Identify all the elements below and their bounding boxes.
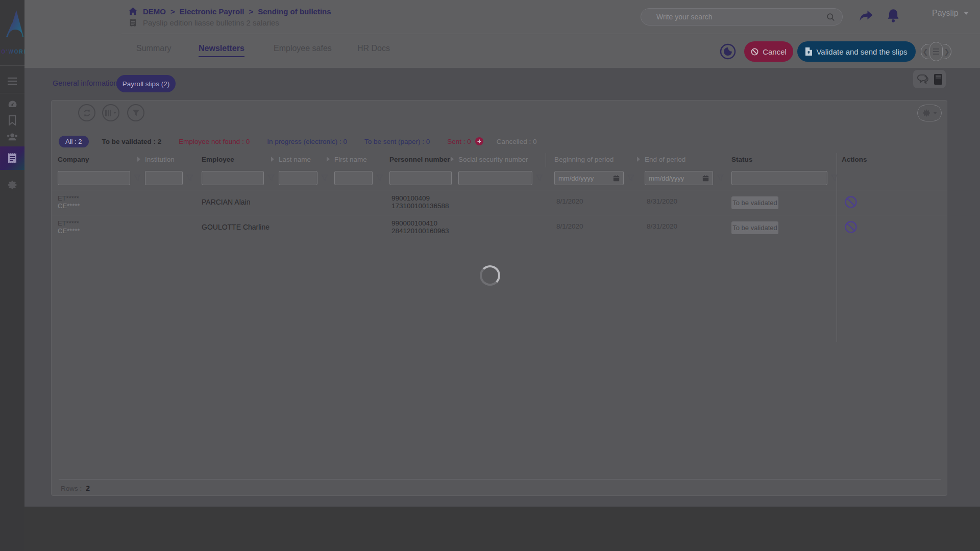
filter-last-name-input[interactable] bbox=[279, 171, 317, 185]
calendar-icon[interactable] bbox=[702, 175, 709, 182]
status-badge: To be validated bbox=[731, 221, 778, 234]
page-subtitle: Payslip edition liasse bulletins 2 salar… bbox=[143, 18, 279, 27]
share-button[interactable] bbox=[859, 9, 874, 26]
comments-icon[interactable] bbox=[916, 74, 928, 84]
sidebar-item-dashboard[interactable] bbox=[0, 98, 24, 110]
filter-social-security-input[interactable] bbox=[458, 171, 532, 185]
plus-circle-icon[interactable] bbox=[475, 137, 483, 145]
filter-personnel-number-input[interactable] bbox=[389, 171, 452, 185]
tab-hr-docs[interactable]: HR Docs bbox=[357, 44, 390, 53]
journal-icon[interactable] bbox=[934, 74, 943, 85]
table-settings-button[interactable] bbox=[917, 105, 942, 121]
page-subtitle-row: Payslip edition liasse bulletins 2 salar… bbox=[130, 18, 279, 27]
sidebar-item-settings[interactable] bbox=[0, 179, 24, 191]
filter-employee-input[interactable] bbox=[202, 171, 264, 185]
chip-sent[interactable]: Sent : 0 bbox=[447, 138, 471, 145]
column-header-employee[interactable]: Employee bbox=[202, 156, 234, 163]
column-header-company[interactable]: Company bbox=[58, 156, 89, 163]
row-employee-name: GOULOTTE Charline bbox=[202, 223, 270, 231]
validate-send-button[interactable]: Validate and send the slips bbox=[797, 41, 916, 62]
column-header-institution[interactable]: Institution bbox=[145, 156, 175, 163]
columns-button[interactable] bbox=[102, 104, 119, 121]
column-header-status[interactable]: Status bbox=[731, 156, 752, 163]
filter-begin-date-input[interactable]: mm/dd/yyyy bbox=[554, 171, 624, 185]
payroll-slips-card: All : 2 To be validated : 2 Employee not… bbox=[51, 100, 947, 496]
tab-summary[interactable]: Summary bbox=[136, 44, 171, 53]
column-header-end-of-period[interactable]: End of period bbox=[645, 156, 685, 163]
table-row[interactable]: ET***** CE***** GOULOTTE Charline 990000… bbox=[52, 215, 947, 239]
chip-employee-not-found[interactable]: Employee not found : 0 bbox=[179, 138, 250, 145]
funnel-icon[interactable] bbox=[831, 174, 838, 182]
sidebar-item-payslips[interactable] bbox=[0, 146, 24, 170]
row-social-security-number: 284120100160963 bbox=[391, 227, 449, 235]
chip-to-be-sent[interactable]: To be sent (paper) : 0 bbox=[364, 138, 430, 145]
chip-all[interactable]: All : 2 bbox=[59, 136, 89, 147]
funnel-icon[interactable] bbox=[321, 174, 328, 182]
row-social-security-number: 173100100136588 bbox=[391, 202, 449, 210]
column-header-last-name[interactable]: Last name bbox=[279, 156, 311, 163]
funnel-icon[interactable] bbox=[134, 174, 141, 182]
columns-icon bbox=[105, 110, 116, 116]
search-input[interactable] bbox=[641, 13, 826, 21]
app-logo: O'WORK bbox=[1, 5, 23, 56]
breadcrumb-item-demo[interactable]: DEMO bbox=[143, 7, 166, 16]
breadcrumb-item-sending-of-bulletins[interactable]: Sending of bulletins bbox=[258, 7, 331, 16]
funnel-icon[interactable] bbox=[627, 174, 634, 182]
funnel-icon[interactable] bbox=[717, 174, 724, 182]
funnel-icon[interactable] bbox=[186, 174, 193, 182]
tab-newsletters[interactable]: Newsletters bbox=[199, 44, 244, 53]
funnel-icon[interactable] bbox=[376, 174, 383, 182]
sidebar-item-bookmarks[interactable] bbox=[0, 114, 24, 127]
main-content: General information Payroll slips (2) bbox=[24, 68, 980, 507]
loading-spinner bbox=[480, 265, 500, 286]
rows-count-label: Rows : bbox=[61, 485, 82, 492]
column-header-first-name[interactable]: First name bbox=[334, 156, 367, 163]
row-company-code: ET***** bbox=[58, 194, 79, 202]
cancel-button[interactable]: Cancel bbox=[744, 41, 793, 62]
sort-caret-icon bbox=[137, 157, 140, 162]
status-filter-bar: All : 2 To be validated : 2 Employee not… bbox=[59, 135, 537, 147]
chip-to-be-validated[interactable]: To be validated : 2 bbox=[102, 138, 162, 145]
search-icon[interactable] bbox=[826, 13, 835, 21]
subtab-general-information[interactable]: General information bbox=[53, 79, 117, 87]
date-placeholder: mm/dd/yyyy bbox=[558, 174, 594, 182]
notifications-button[interactable] bbox=[886, 8, 900, 26]
filter-institution-input[interactable] bbox=[145, 171, 183, 185]
calendar-icon[interactable] bbox=[613, 175, 620, 182]
column-header-social-security[interactable]: Social security number bbox=[458, 156, 528, 163]
filter-status-input[interactable] bbox=[731, 171, 827, 185]
funnel-icon[interactable] bbox=[267, 174, 275, 182]
column-header-personnel-number[interactable]: Personnel number bbox=[389, 156, 450, 163]
header-divider bbox=[121, 34, 980, 34]
prohibit-icon bbox=[844, 195, 857, 209]
filter-end-date-input[interactable]: mm/dd/yyyy bbox=[645, 171, 713, 185]
filter-button[interactable] bbox=[127, 104, 144, 121]
column-header-actions[interactable]: Actions bbox=[842, 156, 867, 163]
bookmark-icon bbox=[8, 115, 16, 126]
row-begin-date: 8/1/2020 bbox=[556, 222, 583, 230]
row-employee-name: PARCIAN Alain bbox=[202, 198, 250, 206]
dashboard-icon bbox=[7, 99, 18, 110]
subtab-payroll-slips[interactable]: Payroll slips (2) bbox=[116, 75, 176, 92]
table-row[interactable]: ET***** CE***** PARCIAN Alain 9900100409… bbox=[52, 190, 947, 214]
column-header-beginning-of-period[interactable]: Beginning of period bbox=[554, 156, 614, 163]
sidebar-item-employees[interactable] bbox=[0, 131, 24, 143]
row-begin-date: 8/1/2020 bbox=[556, 197, 583, 205]
refresh-button[interactable] bbox=[78, 104, 95, 121]
cancel-slip-button[interactable] bbox=[844, 220, 857, 235]
pager-prev-button[interactable]: ❮ bbox=[921, 44, 929, 59]
user-menu[interactable]: Payslip bbox=[932, 9, 969, 18]
cancel-slip-button[interactable] bbox=[844, 195, 857, 210]
sort-caret-icon bbox=[637, 157, 640, 162]
pager-list-button[interactable] bbox=[929, 42, 943, 61]
chip-in-progress[interactable]: In progress (electronic) : 0 bbox=[267, 138, 347, 145]
breadcrumb-item-electronic-payroll[interactable]: Electronic Payroll bbox=[180, 7, 244, 16]
tab-employee-safes[interactable]: Employee safes bbox=[274, 44, 332, 53]
preview-button[interactable] bbox=[719, 43, 737, 62]
funnel-icon[interactable] bbox=[536, 174, 543, 182]
filter-company-input[interactable] bbox=[58, 171, 130, 185]
chip-cancelled[interactable]: Cancelled : 0 bbox=[497, 138, 537, 145]
sidebar-item-menu[interactable] bbox=[0, 74, 24, 88]
pager-next-button[interactable]: ❯ bbox=[943, 44, 951, 59]
filter-first-name-input[interactable] bbox=[334, 171, 373, 185]
